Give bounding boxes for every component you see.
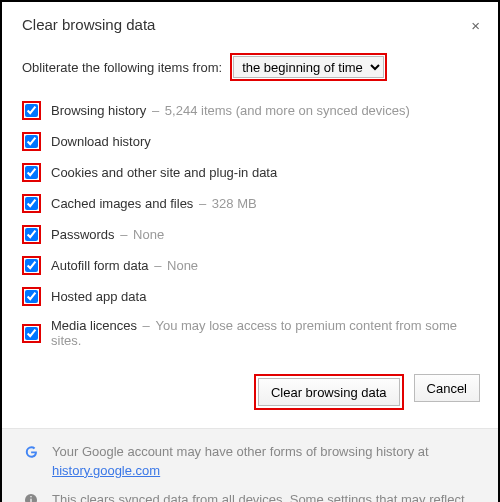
separator: – xyxy=(148,103,162,118)
data-type-item: Browsing history – 5,244 items (and more… xyxy=(22,95,478,126)
clear-browsing-data-button[interactable]: Clear browsing data xyxy=(258,378,400,406)
dialog-header: Clear browsing data × xyxy=(2,2,498,39)
svg-rect-2 xyxy=(30,496,31,497)
checkbox-highlight xyxy=(22,194,41,213)
footer-sync-prefix: This clears synced data from all devices… xyxy=(52,492,465,502)
data-type-item: Download history xyxy=(22,126,478,157)
dialog-buttons: Clear browsing data Cancel xyxy=(2,354,498,428)
data-type-checkbox[interactable] xyxy=(25,166,38,179)
time-range-highlight: the beginning of time xyxy=(230,53,387,81)
history-google-link[interactable]: history.google.com xyxy=(52,463,160,478)
data-type-label: Hosted app data xyxy=(51,289,146,304)
dialog-title: Clear browsing data xyxy=(22,16,155,33)
checkbox-highlight xyxy=(22,324,41,343)
footer-account-prefix: Your Google account may have other forms… xyxy=(52,444,429,459)
svg-rect-1 xyxy=(30,498,31,502)
data-type-text: Download history xyxy=(51,134,151,149)
checkbox-highlight xyxy=(22,163,41,182)
data-type-checkbox[interactable] xyxy=(25,104,38,117)
footer-sync-text: This clears synced data from all devices… xyxy=(52,491,478,502)
data-type-item: Media licences – You may lose access to … xyxy=(22,312,478,354)
data-type-hint: None xyxy=(133,227,164,242)
checkbox-highlight xyxy=(22,287,41,306)
data-type-text: Passwords – None xyxy=(51,227,164,242)
clear-browsing-data-dialog: Clear browsing data × Obliterate the fol… xyxy=(0,0,500,502)
time-range-select[interactable]: the beginning of time xyxy=(233,56,384,78)
data-type-text: Media licences – You may lose access to … xyxy=(51,318,478,348)
separator: – xyxy=(151,258,165,273)
data-type-checkbox[interactable] xyxy=(25,135,38,148)
data-type-label: Passwords xyxy=(51,227,115,242)
data-type-hint: None xyxy=(167,258,198,273)
time-range-label: Obliterate the following items from: xyxy=(22,60,222,75)
data-type-text: Cached images and files – 328 MB xyxy=(51,196,257,211)
data-type-item: Autofill form data – None xyxy=(22,250,478,281)
data-type-label: Autofill form data xyxy=(51,258,149,273)
data-type-label: Cookies and other site and plug-in data xyxy=(51,165,277,180)
data-type-label: Browsing history xyxy=(51,103,146,118)
footer-account-row: Your Google account may have other forms… xyxy=(22,443,478,481)
cancel-button[interactable]: Cancel xyxy=(414,374,480,402)
checkbox-highlight xyxy=(22,225,41,244)
checkbox-highlight xyxy=(22,101,41,120)
data-type-label: Cached images and files xyxy=(51,196,193,211)
data-type-item: Cached images and files – 328 MB xyxy=(22,188,478,219)
checkbox-highlight xyxy=(22,132,41,151)
footer-account-text: Your Google account may have other forms… xyxy=(52,443,478,481)
dialog-footer: Your Google account may have other forms… xyxy=(2,428,498,502)
data-type-checkbox[interactable] xyxy=(25,327,38,340)
separator: – xyxy=(117,227,131,242)
footer-sync-row: This clears synced data from all devices… xyxy=(22,491,478,502)
separator: – xyxy=(139,318,153,333)
data-type-text: Browsing history – 5,244 items (and more… xyxy=(51,103,410,118)
data-type-hint: 5,244 items (and more on synced devices) xyxy=(165,103,410,118)
checkbox-highlight xyxy=(22,256,41,275)
close-icon[interactable]: × xyxy=(469,16,482,35)
data-type-checkbox[interactable] xyxy=(25,259,38,272)
data-type-text: Hosted app data xyxy=(51,289,146,304)
data-type-item: Hosted app data xyxy=(22,281,478,312)
data-type-item: Passwords – None xyxy=(22,219,478,250)
data-type-checkbox[interactable] xyxy=(25,290,38,303)
time-range-row: Obliterate the following items from: the… xyxy=(2,39,498,91)
data-type-hint: 328 MB xyxy=(212,196,257,211)
data-type-item: Cookies and other site and plug-in data xyxy=(22,157,478,188)
data-type-checkbox[interactable] xyxy=(25,197,38,210)
separator: – xyxy=(195,196,209,211)
data-type-label: Media licences xyxy=(51,318,137,333)
data-type-text: Cookies and other site and plug-in data xyxy=(51,165,277,180)
data-type-label: Download history xyxy=(51,134,151,149)
data-type-text: Autofill form data – None xyxy=(51,258,198,273)
google-logo-icon xyxy=(22,443,40,461)
info-icon xyxy=(22,491,40,502)
data-type-checkbox[interactable] xyxy=(25,228,38,241)
primary-button-highlight: Clear browsing data xyxy=(254,374,404,410)
data-type-list: Browsing history – 5,244 items (and more… xyxy=(2,91,498,354)
